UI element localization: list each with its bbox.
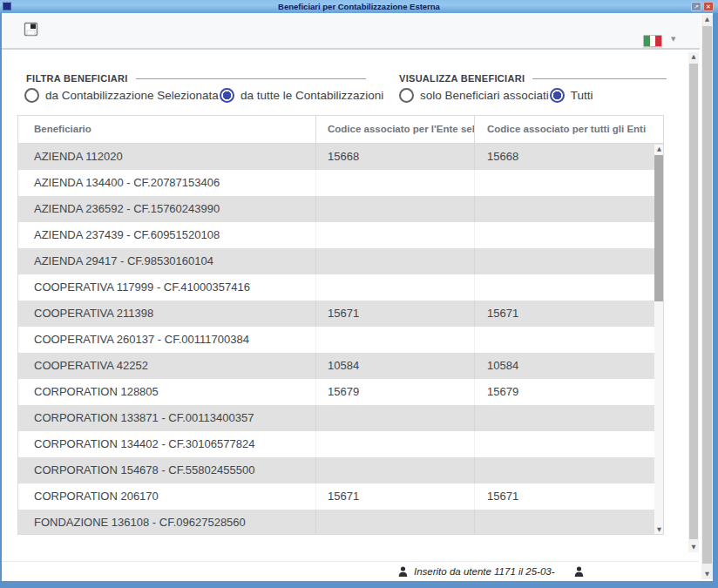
section-rule [136,78,366,79]
user-icon [398,566,408,577]
table-cell: 10584 [475,353,663,379]
table-cell [316,196,475,222]
status-text: Inserito da utente 1171 il 25-03- [414,566,555,577]
scroll-up-icon[interactable]: ▲ [688,52,699,62]
table-cell [475,510,663,535]
table-cell [316,457,475,483]
table-cell: CORPORATION 134402 - CF.30106577824 [18,431,316,457]
table-cell [475,457,663,483]
titlebar[interactable]: Beneficiari per Contabilizzazione Estern… [0,0,718,13]
table-cell: 15671 [316,483,475,510]
table-cell [316,431,475,457]
table-cell: CORPORATION 154678 - CF.55802455500 [18,457,316,483]
section-label: VISUALIZZA BENEFICIARI [399,73,525,84]
table-cell: CORPORATION 128805 [18,379,316,405]
column-header-codice-ente-selezionato: Codice associato per l'Ente selezionato [316,116,475,143]
table-row[interactable]: CORPORATION 1288051567915679 [18,379,663,405]
table-cell: CORPORATION 133871 - CF.00113400357 [18,405,316,431]
table-row[interactable]: AZIENDA 236592 - CF.15760243990 [18,196,663,222]
maximize-button[interactable]: ↗ [691,2,701,11]
scrollbar-thumb[interactable] [654,155,664,301]
table-cell [475,327,663,353]
scroll-down-icon[interactable]: ▼ [654,525,664,535]
section-rule [532,78,667,79]
table-cell [316,510,475,535]
app-window: Beneficiari per Contabilizzazione Estern… [0,0,718,588]
table-row[interactable]: COOPERATIVA 422521058410584 [18,353,663,379]
table-row[interactable]: AZIENDA 134400 - CF.20787153406 [18,170,663,196]
table-row[interactable]: CORPORATION 154678 - CF.55802455500 [18,457,663,483]
table-row[interactable]: COOPERATIVA 117999 - CF.41000357416 [18,274,663,301]
table-cell [316,405,475,431]
user-icon [574,566,584,577]
table-cell [475,196,663,222]
table-row[interactable]: CORPORATION 134402 - CF.30106577824 [18,431,663,457]
filter-radio-group: da Contabilizzazione Selezionata da tutt… [24,86,384,104]
table-cell: AZIENDA 134400 - CF.20787153406 [18,170,316,196]
table-cell: 15671 [475,483,663,510]
radio-tutti[interactable] [550,88,565,103]
table-cell [316,170,475,196]
radio-da-contabilizzazione-selezionata[interactable] [24,88,39,103]
table-cell [316,222,475,248]
window-scrollbar[interactable]: ▲ ▼ [701,15,713,579]
window-title: Beneficiari per Contabilizzazione Estern… [0,0,718,13]
table-row[interactable]: AZIENDA 1120201566815668 [18,144,663,170]
table-cell: CORPORATION 206170 [18,483,316,510]
table-cell: 15671 [475,301,663,327]
table-row[interactable]: AZIENDA 29417 - CF.98530160104 [18,248,663,274]
content-scrollbar[interactable]: ▲ ▼ [688,52,699,552]
radio-solo-beneficiari-associati[interactable] [399,88,414,103]
table-row[interactable]: CORPORATION 2061701567115671 [18,483,663,510]
close-button[interactable]: ✕ [703,2,714,11]
table-scrollbar[interactable]: ▲ ▼ [654,145,664,535]
scroll-up-icon[interactable]: ▲ [701,15,713,24]
section-label: FILTRA BENEFICIARI [26,73,128,84]
table-row[interactable]: COOPERATIVA 2113981567115671 [18,301,663,327]
table-cell: FONDAZIONE 136108 - CF.09627528560 [18,510,316,535]
table-row[interactable]: FONDAZIONE 136108 - CF.09627528560 [18,510,663,535]
table-cell: 10584 [316,353,475,379]
caret-down-icon[interactable]: ▼ [671,36,675,43]
toolbar: ▼ [2,13,701,48]
radio-label[interactable]: da Contabilizzazione Selezionata [45,89,219,102]
table-cell: AZIENDA 29417 - CF.98530160104 [18,248,316,274]
radio-label[interactable]: da tutte le Contabilizzazioni [240,89,383,102]
radio-label[interactable]: Tutti [571,89,593,102]
window-border [0,581,718,588]
floppy-disk-icon [23,21,40,38]
table-cell [475,431,663,457]
save-button[interactable] [23,21,40,38]
table-cell: COOPERATIVA 260137 - CF.00111700384 [18,327,316,353]
table-row[interactable]: CORPORATION 133871 - CF.00113400357 [18,405,663,431]
scrollbar-thumb[interactable] [702,26,712,564]
statusbar: Inserito da utente 1171 il 25-03- [2,562,699,581]
table-cell [475,248,663,274]
view-section-title: VISUALIZZA BENEFICIARI [399,72,667,84]
column-header-codice-tutti-enti: Codice associato per tutti gli Enti [475,116,663,143]
table-row[interactable]: AZIENDA 237439 - CF.60951520108 [18,222,663,248]
scroll-up-icon[interactable]: ▲ [654,145,664,154]
table-cell: 15668 [475,144,663,170]
radio-da-tutte-le-contabilizzazioni[interactable] [220,88,234,103]
scrollbar-thumb[interactable] [689,64,698,539]
table-header: Beneficiario Codice associato per l'Ente… [18,116,663,144]
table-cell: AZIENDA 236592 - CF.15760243990 [18,196,316,222]
table-cell [316,327,475,353]
window-border [0,13,2,588]
table-cell: COOPERATIVA 117999 - CF.41000357416 [18,274,316,301]
table-cell: 15668 [316,144,475,170]
table-cell [475,274,663,301]
language-selector[interactable] [643,35,662,47]
table-cell [316,274,475,301]
scroll-down-icon[interactable]: ▼ [688,543,699,552]
radio-label[interactable]: solo Beneficiari associati [420,89,549,102]
scroll-down-icon[interactable]: ▼ [701,570,713,579]
table-cell: AZIENDA 237439 - CF.60951520108 [18,222,316,248]
table-cell: COOPERATIVA 211398 [18,301,316,327]
table-row[interactable]: COOPERATIVA 260137 - CF.00111700384 [18,327,663,353]
table-cell: COOPERATIVA 42252 [18,353,316,379]
view-radio-group: solo Beneficiari associati Tutti [399,86,594,104]
table-body: AZIENDA 1120201566815668AZIENDA 134400 -… [18,144,663,535]
table-cell [316,248,475,274]
